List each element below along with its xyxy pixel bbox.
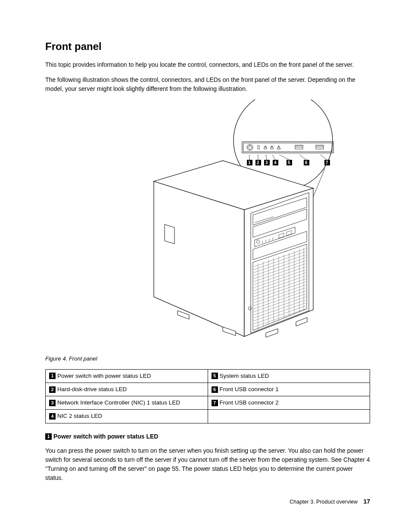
svg-line-27 [266, 155, 267, 160]
callout-badge: 1 [45, 433, 52, 440]
cell-text: Front USB connector 1 [220, 386, 279, 392]
intro-paragraph-1: This topic provides information to help … [45, 60, 370, 69]
svg-rect-7 [264, 147, 267, 149]
server-tower [154, 161, 313, 336]
table-row: 1Power switch with power status LED 5Sys… [46, 369, 370, 383]
cell-text: NIC 2 status LED [57, 413, 102, 419]
server-illustration: 1 2 3 4 5 6 7 [81, 100, 335, 345]
footer-chapter: Chapter 3. Product overview [290, 499, 358, 505]
callout-badge: 6 [212, 386, 218, 393]
callout-3: 3 [265, 160, 268, 165]
cell-text: Power switch with power status LED [57, 373, 151, 379]
svg-rect-16 [316, 145, 324, 149]
cell-text: Hard-disk-drive status LED [57, 386, 127, 392]
callout-table: 1Power switch with power status LED 5Sys… [45, 369, 370, 423]
callout-2: 2 [257, 160, 259, 165]
page-heading: Front panel [45, 39, 370, 54]
table-row: 4NIC 2 status LED [46, 410, 370, 423]
svg-line-29 [279, 155, 289, 160]
callout-badge: 1 [49, 373, 56, 379]
callout-badge: 4 [49, 413, 56, 420]
callout-4: 4 [274, 160, 277, 165]
cell-text: System status LED [220, 373, 269, 379]
section-title: 1Power switch with power status LED [45, 432, 370, 441]
table-row: 2Hard-disk-drive status LED 6Front USB c… [46, 383, 370, 396]
callout-badge: 2 [49, 386, 56, 393]
section-title-text: Power switch with power status LED [53, 433, 158, 440]
cell-text: Network Interface Controller (NIC) 1 sta… [57, 399, 180, 406]
page-footer: Chapter 3. Product overview 17 [290, 497, 370, 506]
callout-7: 7 [326, 160, 328, 165]
section-paragraph: You can press the power switch to turn o… [45, 446, 370, 482]
callout-badge: 3 [49, 400, 56, 406]
callout-1: 1 [248, 160, 251, 165]
footer-page-number: 17 [363, 498, 370, 505]
callout-5: 5 [288, 160, 290, 165]
table-row: 3Network Interface Controller (NIC) 1 st… [46, 396, 370, 410]
callout-badge: 5 [212, 373, 218, 379]
cell-text: Front USB connector 2 [220, 399, 279, 406]
svg-line-31 [320, 155, 327, 160]
svg-rect-14 [295, 145, 303, 149]
figure-4: 1 2 3 4 5 6 7 [45, 100, 370, 363]
callout-badge: 7 [212, 400, 218, 406]
intro-paragraph-2: The following illustration shows the con… [45, 75, 370, 93]
figure-caption: Figure 4. Front panel [45, 355, 370, 363]
svg-rect-6 [258, 146, 259, 149]
svg-rect-15 [296, 146, 302, 147]
svg-rect-17 [317, 146, 323, 147]
svg-line-28 [272, 155, 275, 160]
svg-line-30 [299, 155, 306, 160]
svg-rect-10 [271, 147, 273, 149]
callout-6: 6 [305, 160, 308, 165]
